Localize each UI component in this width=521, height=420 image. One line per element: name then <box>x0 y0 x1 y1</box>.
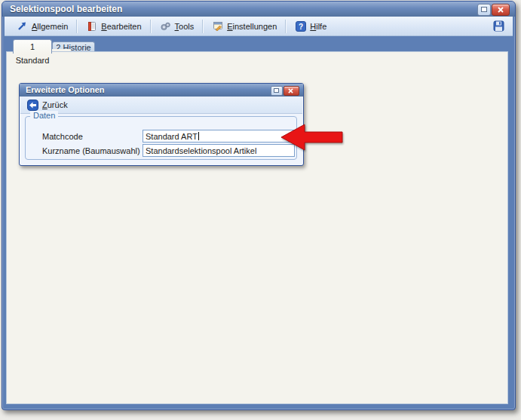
dialog-close-button[interactable] <box>283 86 299 96</box>
kurzname-value: Standardselektionspool Artikel <box>146 146 256 155</box>
save-icon <box>493 20 504 32</box>
dialog-toolbar: Zurück <box>20 97 302 114</box>
svg-text:?: ? <box>299 22 303 30</box>
toolbar-separator <box>285 20 287 33</box>
close-icon <box>498 7 504 13</box>
close-icon <box>288 88 293 94</box>
dialog-restore-button[interactable] <box>271 86 283 96</box>
tab-standard[interactable]: 1 Standard <box>13 39 52 54</box>
window-title: Selektionspool bearbeiten <box>10 4 122 14</box>
kurzname-input[interactable]: Standardselektionspool Artikel <box>143 144 295 157</box>
kurzname-label: Kurzname (Baumauswahl) <box>42 146 140 155</box>
main-toolbar: Allgemein Bearbeiten <box>5 17 513 36</box>
gear-icon <box>160 20 171 32</box>
toolbar-separator <box>150 20 152 33</box>
erweiterte-optionen-dialog: Erweiterte Optionen Zurück Daten Matchco… <box>19 83 304 166</box>
back-button-label: Zurück <box>42 100 68 109</box>
window-titlebar: Selektionspool bearbeiten <box>2 2 515 17</box>
dialog-titlebar: Erweiterte Optionen <box>20 84 303 97</box>
restore-button[interactable] <box>477 4 491 16</box>
toolbar-button-label: Hilfe <box>310 22 326 31</box>
matchcode-label: Matchcode <box>42 132 83 141</box>
daten-groupbox: Daten Matchcode Standard ART Kurzname (B… <box>25 116 297 160</box>
close-button[interactable] <box>492 4 510 16</box>
toolbar-button-label: Bearbeiten <box>101 22 141 31</box>
restore-icon <box>274 88 279 93</box>
daten-legend: Daten <box>30 111 58 120</box>
screenshot-root: Selektionspool bearbeiten Allgemein Bear… <box>0 0 521 420</box>
back-button[interactable]: Zurück <box>27 99 68 111</box>
edit-icon <box>86 20 97 32</box>
toolbar-button-allgemein[interactable]: Allgemein <box>10 19 75 34</box>
tab-label: 1 Standard <box>16 42 50 65</box>
help-icon: ? <box>295 20 306 32</box>
red-annotation-arrow <box>276 121 348 153</box>
toolbar-button-einstellungen[interactable]: Einstellungen <box>205 19 283 34</box>
toolbar-button-bearbeiten[interactable]: Bearbeiten <box>79 19 148 34</box>
toolbar-button-label: Einstellungen <box>227 22 277 31</box>
back-arrow-icon <box>27 100 38 111</box>
arrow-up-right-icon <box>17 20 28 32</box>
matchcode-value: Standard ART <box>146 132 198 141</box>
toolbar-button-hilfe[interactable]: ? Hilfe <box>288 19 333 34</box>
restore-icon <box>481 7 487 12</box>
text-caret <box>198 132 199 140</box>
dialog-title: Erweiterte Optionen <box>26 85 105 94</box>
toolbar-button-label: Tools <box>175 22 195 31</box>
toolbar-button-label: Allgemein <box>32 22 68 31</box>
matchcode-input[interactable]: Standard ART <box>143 130 295 143</box>
toolbar-button-tools[interactable]: Tools <box>153 19 201 34</box>
save-button[interactable] <box>490 19 507 34</box>
toolbar-separator <box>202 20 204 33</box>
settings-icon <box>212 20 223 32</box>
toolbar-separator <box>76 20 78 33</box>
